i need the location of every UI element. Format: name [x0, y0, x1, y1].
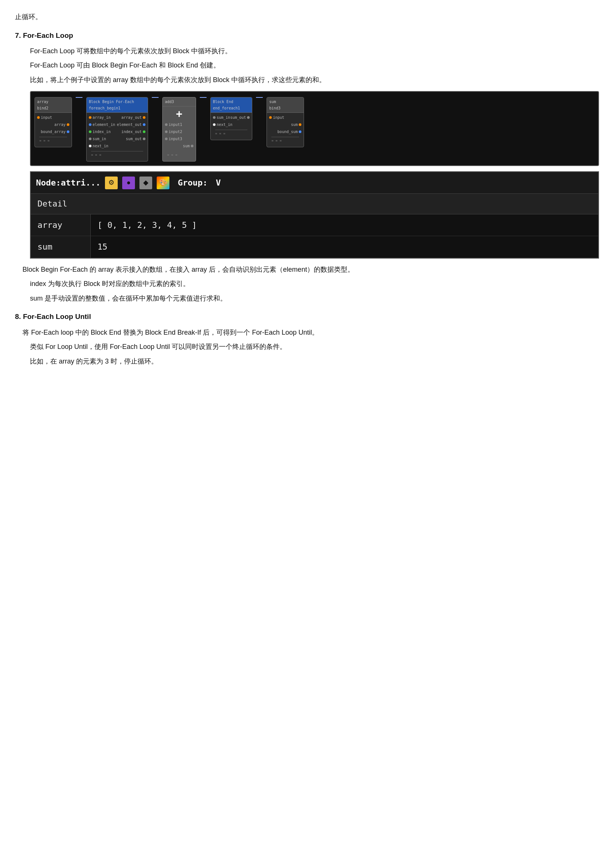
port-add-sum-row: sum: [165, 143, 194, 149]
port-element: element_in element_out: [89, 121, 146, 128]
dot-end-sum-out: [247, 116, 250, 119]
section7-para2: For-Each Loop 可由 Block Begin For-Each 和 …: [30, 60, 599, 71]
icon-btn-star[interactable]: ⚙: [105, 177, 118, 189]
dot-input: [37, 116, 40, 119]
node-block-end: Block Endend_foreach1 sum_in sum_out nex…: [210, 97, 252, 140]
node-bind3-divider: = = =: [271, 137, 299, 144]
dot-add-in2: [165, 130, 167, 133]
node-add-title: add3: [163, 98, 196, 107]
dot-next-in: [89, 145, 91, 147]
node-array-ports: input array bound_array = = =: [35, 113, 71, 147]
info-row-sum: sum 15: [31, 236, 598, 257]
dot-index-out: [143, 130, 146, 133]
section7-after-para1: Block Begin For-Each 的 array 表示接入的数组，在接入…: [22, 264, 599, 276]
port-array-out: array: [54, 121, 69, 128]
conn-fe-add: [152, 97, 158, 98]
port-array-row: array: [37, 121, 69, 128]
node-end-divider: = = =: [215, 130, 247, 137]
node-attr-label: Node:attri...: [36, 176, 101, 190]
detail-header: Detail: [31, 194, 598, 214]
node-end-title: Block Endend_foreach1: [211, 98, 252, 113]
section7-after-para2: index 为每次执行 Block 时对应的数组中元素的索引。: [30, 278, 599, 290]
port-index-out: index_out: [121, 129, 146, 135]
port-end-sum-out: sum_out: [230, 114, 250, 121]
node-foreach-title: Block Begin For-Eachforeach_begin1: [87, 98, 148, 113]
port-bind3-sum: sum: [291, 121, 301, 128]
dot-array-out: [143, 116, 146, 119]
info-val-array: [ 0, 1, 2, 3, 4, 5 ]: [91, 214, 598, 236]
dot-bind3-input: [269, 116, 272, 119]
node-bind3-title: sumbind3: [267, 98, 304, 113]
port-index: index_in index_out: [89, 129, 146, 135]
section7-after-para3: sum 是手动设置的整数值，会在循环中累加每个元素值进行求和。: [30, 293, 599, 304]
dot-array-in: [89, 116, 91, 119]
dot-sum-out: [143, 138, 146, 140]
port-end-sum-in: sum_in: [213, 114, 230, 121]
dot-bind3-sum: [299, 123, 301, 126]
dot-array: [67, 123, 69, 126]
dot-end-next: [213, 123, 216, 126]
port-sum: sum_in sum_out: [89, 136, 146, 142]
node-add-ports: input1 input2 input3 sum = = =: [163, 120, 196, 161]
dot-bound-array: [67, 130, 69, 133]
info-panel-header: Node:attri... ⚙ ● ◆ 🎨 Group: V: [31, 172, 598, 194]
port-add-sum: sum: [183, 143, 194, 149]
node-foreach-ports: array_in array_out element_in element_ou…: [87, 113, 148, 161]
info-val-sum: 15: [91, 236, 598, 257]
section7-para3: 比如，将上个例子中设置的 array 数组中的每个元素依次放到 Block 中循…: [30, 74, 599, 86]
section8-header: 8. For-Each Loop Until: [15, 311, 599, 323]
info-key-sum: sum: [31, 236, 91, 257]
for-each-diagram: arraybind2 input array bound_array: [30, 91, 599, 166]
port-boundarray-row: bound_array: [37, 129, 69, 135]
node-add-divider: = = =: [167, 151, 191, 158]
dot-bind3-bound: [299, 130, 301, 133]
port-foreach-array: array_in array_out: [89, 114, 146, 121]
info-row-array: array [ 0, 1, 2, 3, 4, 5 ]: [31, 214, 598, 236]
port-array-in: array_in: [89, 114, 110, 121]
stop-line: 止循环。: [15, 11, 599, 23]
conn-end-bind3: [256, 97, 263, 98]
port-bind3-bound-row: bound_sum: [269, 129, 301, 135]
node-array-bind2: arraybind2 input array bound_array: [34, 97, 72, 147]
port-element-out: element_out: [117, 121, 146, 128]
icon-btn-purple[interactable]: ●: [122, 177, 135, 189]
port-bind3-input: input: [269, 114, 301, 121]
dot-element-in: [89, 123, 91, 126]
dot-element-out: [143, 123, 146, 126]
node-array-title: arraybind2: [35, 98, 71, 113]
port-add-input1: input1: [165, 121, 194, 128]
conn-add-end: [200, 97, 206, 98]
group-label: Group:: [178, 176, 207, 190]
port-end-sum: sum_in sum_out: [213, 114, 250, 121]
dot-end-sum-in: [213, 116, 216, 119]
conn-array-foreach: [76, 97, 82, 98]
node-array-divider: = = =: [39, 137, 67, 144]
section8-para1: 将 For-Each loop 中的 Block End 替换为 Block E…: [22, 327, 599, 338]
port-end-next-in: next_in: [213, 121, 250, 128]
port-bind3-bound-sum: bound_sum: [278, 129, 301, 135]
icon-btn-gray[interactable]: ◆: [140, 177, 152, 189]
dot-add-sum: [191, 145, 194, 147]
dot-index-in: [89, 130, 91, 133]
port-next-in: next_in: [89, 143, 109, 149]
port-array-out-fe: array_out: [121, 114, 146, 121]
section7-header: 7. For-Each Loop: [15, 29, 599, 42]
port-bind3-sum-row: sum: [269, 121, 301, 128]
node-add3: add3 + input1 input2 input3 sum: [162, 97, 196, 161]
info-panel: Node:attri... ⚙ ● ◆ 🎨 Group: V Detail ar…: [30, 171, 599, 259]
port-index-in: index_in: [89, 129, 110, 135]
icon-btn-color[interactable]: 🎨: [157, 177, 169, 189]
dot-sum-in: [89, 138, 91, 140]
port-input: input: [37, 114, 69, 121]
port-bound-array: bound_array: [41, 129, 69, 135]
port-next: next_in: [89, 143, 146, 149]
group-value: V: [216, 176, 221, 190]
section7-para1: For-Each Loop 可将数组中的每个元素依次放到 Block 中循环执行…: [30, 45, 599, 57]
node-sum-bind3: sumbind3 input sum bound_sum = = =: [267, 97, 304, 147]
node-foreach-begin: Block Begin For-Eachforeach_begin1 array…: [86, 97, 148, 161]
node-fe-divider: = = =: [91, 151, 143, 158]
port-element-in: element_in: [89, 121, 115, 128]
port-sum-in: sum_in: [89, 136, 106, 142]
port-add-input2: input2: [165, 129, 194, 135]
port-add-input3: input3: [165, 136, 194, 142]
